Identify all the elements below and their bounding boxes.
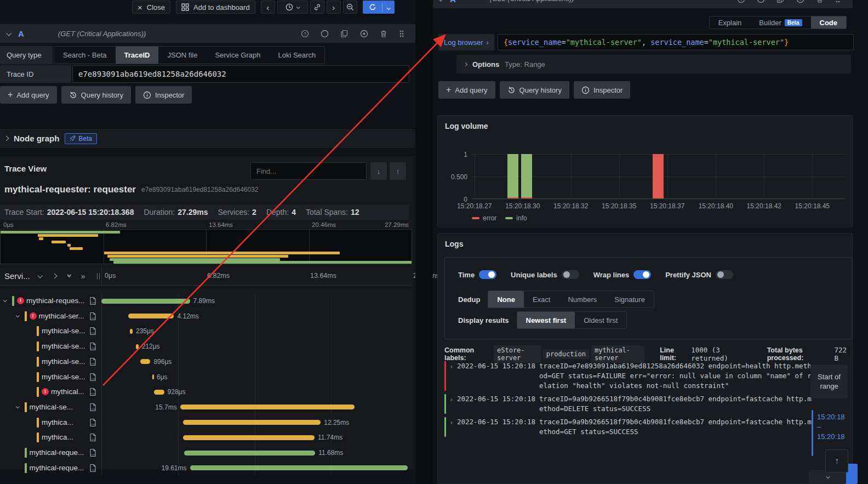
- trace-minimap[interactable]: [0, 229, 412, 264]
- log-expand-chevron-icon[interactable]: ›: [449, 394, 457, 414]
- span-expander-chevron-icon[interactable]: [15, 314, 19, 317]
- span-name[interactable]: mythical...: [51, 388, 84, 396]
- editor-mode-tab-explain[interactable]: Explain: [710, 16, 751, 29]
- span-log-icon[interactable]: LOG: [89, 418, 97, 429]
- span-duration-bar[interactable]: [152, 374, 154, 379]
- span-row[interactable]: mythical-reque...LOG11.68ms: [0, 445, 412, 460]
- display-option-newest-first[interactable]: Newest first: [517, 312, 575, 328]
- span-name[interactable]: mythical-reques...: [26, 297, 85, 305]
- column-resize-grip[interactable]: [97, 273, 100, 280]
- chart-bar-info[interactable]: [507, 154, 518, 198]
- toggle-switch[interactable]: [633, 270, 651, 279]
- span-duration-bar[interactable]: [180, 405, 355, 409]
- span-log-icon[interactable]: LOG: [89, 357, 97, 368]
- run-query-button[interactable]: [363, 1, 395, 14]
- start-of-range-button[interactable]: Start of range: [810, 365, 848, 398]
- span-name[interactable]: mythical-se...: [42, 327, 85, 335]
- span-duration-bar[interactable]: [184, 451, 315, 455]
- collapse-all-icon[interactable]: [67, 275, 70, 277]
- add-query-button[interactable]: + Add query: [0, 86, 57, 104]
- span-name[interactable]: mythical-reque...: [30, 448, 84, 457]
- dedup-option-numbers[interactable]: Numbers: [559, 291, 606, 308]
- inspector-button[interactable]: Inspector: [135, 86, 192, 104]
- share-link-button[interactable]: [310, 1, 324, 14]
- left-query-row-header[interactable]: A (GET (Critical Applications)) ?: [0, 24, 415, 43]
- log-row[interactable]: ›2022-06-15 15:20:18traceID=9a9b9266518f…: [444, 394, 814, 414]
- log-row[interactable]: ›2022-06-15 15:20:18traceID=e7e893091aba…: [444, 361, 814, 391]
- span-duration-bar[interactable]: [136, 344, 138, 349]
- chart-plot-area[interactable]: [472, 154, 846, 199]
- right-query-row-header[interactable]: A (GEL (Critical Applications)) ?: [433, 0, 853, 8]
- span-duration-bar[interactable]: [183, 420, 321, 425]
- span-log-icon[interactable]: LOG: [89, 327, 97, 337]
- add-to-dashboard-button[interactable]: Add to dashboard: [176, 1, 255, 14]
- pane-divider[interactable]: [415, 0, 433, 484]
- span-row[interactable]: mythical-se...LOG15.7ms: [0, 400, 412, 415]
- log-expand-chevron-icon[interactable]: ›: [449, 361, 457, 391]
- span-row[interactable]: mythical-se...LOG896μs: [0, 354, 412, 369]
- span-duration-bar[interactable]: [183, 435, 315, 440]
- span-name[interactable]: mythical-se...: [42, 373, 85, 381]
- span-row[interactable]: mythica...LOG11.74ms: [0, 430, 412, 445]
- close-split-button[interactable]: × Close: [132, 1, 170, 14]
- span-name[interactable]: mythical-ser...: [39, 312, 84, 320]
- legend-item-info[interactable]: info: [505, 214, 527, 222]
- span-name[interactable]: mythical-reque...: [30, 464, 84, 472]
- node-graph-section[interactable]: Node graph Beta: [0, 128, 415, 149]
- chart-bar-info[interactable]: [521, 154, 532, 198]
- time-forward-button[interactable]: ›: [327, 1, 341, 14]
- span-expander-chevron-icon[interactable]: [3, 298, 7, 302]
- add-query-button[interactable]: + Add query: [438, 81, 495, 99]
- find-input[interactable]: [250, 162, 367, 180]
- span-row[interactable]: !mythical-reques...LOG7.89ms: [0, 293, 412, 309]
- span-name[interactable]: mythica...: [42, 433, 73, 441]
- toggle-switch[interactable]: [716, 270, 733, 279]
- span-duration-bar[interactable]: [101, 299, 190, 304]
- collapse-query-chevron-icon[interactable]: [6, 30, 12, 36]
- span-log-icon[interactable]: LOG: [89, 433, 97, 443]
- span-duration-bar[interactable]: [128, 314, 174, 318]
- query-type-tab-loki-search[interactable]: Loki Search: [269, 47, 324, 64]
- collapse-one-icon[interactable]: [52, 274, 57, 279]
- span-row[interactable]: mythical-reque...LOG19.61ms: [0, 460, 412, 476]
- span-duration-bar[interactable]: [154, 390, 164, 395]
- span-log-icon[interactable]: LOG: [89, 342, 97, 352]
- expand-node-graph-chevron-icon[interactable]: [4, 136, 9, 141]
- legend-item-error[interactable]: error: [472, 214, 496, 222]
- span-duration-bar[interactable]: [140, 359, 150, 364]
- service-sort-chevron-icon[interactable]: [37, 273, 43, 278]
- display-option-oldest-first[interactable]: Oldest first: [575, 312, 626, 328]
- query-history-button[interactable]: Query history: [61, 86, 131, 104]
- dedup-option-signature[interactable]: Signature: [606, 291, 654, 308]
- inspector-button[interactable]: Inspector: [574, 81, 630, 99]
- help-icon[interactable]: ?: [301, 30, 309, 38]
- trace-id-input[interactable]: [72, 65, 409, 83]
- span-duration-bar[interactable]: [130, 329, 133, 334]
- span-row[interactable]: mythical-se...LOG235μs: [0, 323, 412, 339]
- query-type-tab-search-beta[interactable]: Search - Beta: [54, 47, 116, 64]
- span-expander-chevron-icon[interactable]: [15, 405, 19, 408]
- span-name[interactable]: mythical-se...: [42, 357, 85, 366]
- remove-query-icon[interactable]: [380, 30, 387, 38]
- dedup-option-none[interactable]: None: [488, 291, 524, 308]
- common-label-badge[interactable]: production: [543, 349, 589, 359]
- scroll-to-top-button[interactable]: ↑: [825, 449, 848, 472]
- time-range-picker[interactable]: [277, 1, 308, 14]
- expand-options-chevron-icon[interactable]: [464, 62, 467, 66]
- loki-query-input[interactable]: {service_name="mythical-server", service…: [498, 34, 854, 50]
- hide-response-icon[interactable]: [360, 30, 368, 38]
- dedup-option-exact[interactable]: Exact: [524, 291, 559, 308]
- editor-mode-tab-code[interactable]: Code: [811, 16, 847, 29]
- chart-bar-error[interactable]: [653, 154, 664, 198]
- span-log-icon[interactable]: LOG: [89, 464, 97, 474]
- toggle-switch[interactable]: [479, 270, 496, 279]
- span-log-icon[interactable]: LOG: [89, 448, 97, 459]
- span-name[interactable]: mythica...: [42, 418, 73, 426]
- remove-query-icon[interactable]: [816, 0, 824, 3]
- span-log-icon[interactable]: LOG: [89, 388, 97, 398]
- log-expand-chevron-icon[interactable]: ›: [449, 417, 457, 437]
- collapse-query-chevron-icon[interactable]: [438, 0, 443, 1]
- run-interval-dropdown[interactable]: [382, 3, 394, 12]
- common-label-badge[interactable]: eStore-server: [494, 345, 541, 363]
- span-log-icon[interactable]: LOG: [89, 297, 97, 307]
